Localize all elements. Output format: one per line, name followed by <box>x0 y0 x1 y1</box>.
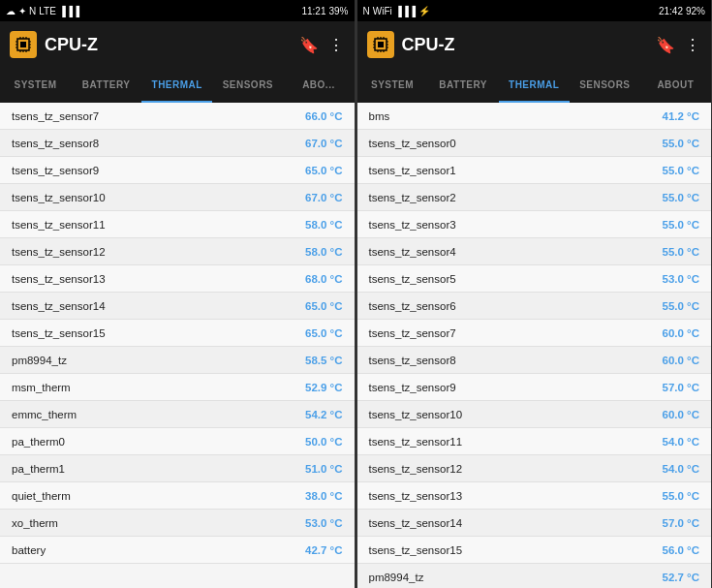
tab-sensors-2[interactable]: SENSORS <box>570 68 640 103</box>
tab-about-1[interactable]: ABO... <box>283 68 354 103</box>
nfc-icon-2: N <box>363 6 370 16</box>
sensor-name: bms <box>369 110 390 122</box>
sensor-value: 57.0 °C <box>663 382 699 393</box>
tab-battery-1[interactable]: BATTERY <box>71 68 141 103</box>
sensor-name: pa_therm0 <box>12 436 65 448</box>
table-row: tsens_tz_sensor14 65.0 °C <box>0 293 355 320</box>
sensor-name: tsens_tz_sensor5 <box>369 273 456 285</box>
sensor-value: 52.9 °C <box>305 382 342 393</box>
data-table-1: tsens_tz_sensor7 66.0 °C tsens_tz_sensor… <box>0 103 355 588</box>
table-row: battery 42.7 °C <box>0 537 355 564</box>
sensor-name: tsens_tz_sensor4 <box>369 246 456 258</box>
tab-sensors-1[interactable]: SENSORS <box>212 68 283 103</box>
status-bar-right-2: 21:42 92% <box>659 6 705 16</box>
app-bar-2: CPU-Z 🔖 ⋮ <box>357 21 712 68</box>
table-row: tsens_tz_sensor2 55.0 °C <box>357 184 712 211</box>
sensor-value: 65.0 °C <box>305 327 342 339</box>
sensor-name: tsens_tz_sensor15 <box>12 327 106 339</box>
sensor-value: 60.0 °C <box>663 327 699 339</box>
table-row: pm8994_tz 58.5 °C <box>0 347 355 374</box>
table-row: msm_therm 52.9 °C <box>0 374 355 401</box>
sensor-name: tsens_tz_sensor11 <box>12 219 106 231</box>
menu-icon-1[interactable]: ⋮ <box>328 36 345 54</box>
status-bar-left-1: ☁ ✦ N LTE ▐▐▐ <box>6 6 79 16</box>
sensor-name: tsens_tz_sensor6 <box>369 300 456 312</box>
sensor-name: tsens_tz_sensor8 <box>369 355 456 366</box>
svg-rect-15 <box>378 42 384 47</box>
cloud-icon: ☁ <box>6 6 15 16</box>
table-row: tsens_tz_sensor15 56.0 °C <box>357 537 712 564</box>
app-bar-icons-2: 🔖 ⋮ <box>656 36 701 54</box>
table-row: tsens_tz_sensor10 67.0 °C <box>0 184 355 211</box>
time-2: 21:42 <box>659 6 683 16</box>
sensor-name: tsens_tz_sensor10 <box>12 192 106 203</box>
table-row: tsens_tz_sensor3 55.0 °C <box>357 211 712 238</box>
sensor-value: 54.0 °C <box>663 436 699 448</box>
sensor-value: 55.0 °C <box>663 219 699 231</box>
sensor-name: tsens_tz_sensor2 <box>369 192 456 203</box>
sensor-value: 55.0 °C <box>663 165 699 176</box>
status-bar-1: ☁ ✦ N LTE ▐▐▐ 11:21 39% <box>0 0 355 21</box>
status-bar-2: N WiFi ▐▐▐ ⚡ 21:42 92% <box>357 0 712 21</box>
app-bar-1: CPU-Z 🔖 ⋮ <box>0 21 355 68</box>
sensor-value: 55.0 °C <box>663 138 699 149</box>
app-icon-2 <box>367 31 394 58</box>
sensor-name: tsens_tz_sensor8 <box>12 138 99 149</box>
table-row: tsens_tz_sensor8 60.0 °C <box>357 347 712 374</box>
tab-bar-1: SYSTEM BATTERY THERMAL SENSORS ABO... <box>0 68 355 103</box>
tab-system-1[interactable]: SYSTEM <box>0 68 71 103</box>
sensor-value: 68.0 °C <box>305 273 342 285</box>
table-row: tsens_tz_sensor8 67.0 °C <box>0 130 355 157</box>
table-row: tsens_tz_sensor15 65.0 °C <box>0 320 355 347</box>
sensor-value: 67.0 °C <box>305 192 342 203</box>
table-row: quiet_therm 38.0 °C <box>0 482 355 510</box>
sensor-name: tsens_tz_sensor14 <box>12 300 106 312</box>
phone-panel-2: N WiFi ▐▐▐ ⚡ 21:42 92% <box>357 0 713 588</box>
time-1: 11:21 <box>301 6 325 16</box>
data-table-2: bms 41.2 °C tsens_tz_sensor0 55.0 °C tse… <box>357 103 712 588</box>
tab-about-2[interactable]: ABOUT <box>640 68 711 103</box>
bookmark-icon-2[interactable]: 🔖 <box>656 36 675 54</box>
tab-thermal-2[interactable]: THERMAL <box>499 68 570 103</box>
lte-label: LTE <box>39 6 56 16</box>
sensor-value: 65.0 °C <box>305 165 342 176</box>
table-row: pa_therm1 51.0 °C <box>0 455 355 482</box>
table-row: tsens_tz_sensor6 55.0 °C <box>357 293 712 320</box>
sensor-name: tsens_tz_sensor14 <box>369 517 463 529</box>
status-bar-left-2: N WiFi ▐▐▐ ⚡ <box>363 6 431 16</box>
wifi-icon: WiFi <box>373 6 392 16</box>
tab-battery-2[interactable]: BATTERY <box>428 68 499 103</box>
table-row: tsens_tz_sensor9 57.0 °C <box>357 374 712 401</box>
table-row: tsens_tz_sensor7 60.0 °C <box>357 320 712 347</box>
sensor-name: tsens_tz_sensor11 <box>369 436 463 448</box>
phone-panel-1: ☁ ✦ N LTE ▐▐▐ 11:21 39% <box>0 0 356 588</box>
table-row: tsens_tz_sensor10 60.0 °C <box>357 401 712 428</box>
tab-thermal-1[interactable]: THERMAL <box>141 68 212 103</box>
tab-system-2[interactable]: SYSTEM <box>357 68 428 103</box>
sensor-value: 55.0 °C <box>663 246 699 258</box>
battery-2: 92% <box>686 6 705 16</box>
sensor-value: 55.0 °C <box>663 192 699 203</box>
sensor-value: 67.0 °C <box>305 138 342 149</box>
sensor-value: 58.0 °C <box>305 246 342 258</box>
table-row: pa_therm0 50.0 °C <box>0 428 355 455</box>
sensor-value: 58.0 °C <box>305 219 342 231</box>
sensor-name: tsens_tz_sensor1 <box>369 165 456 176</box>
battery-1: 39% <box>328 6 348 16</box>
bluetooth-icon: ✦ <box>18 6 26 16</box>
table-row: tsens_tz_sensor14 57.0 °C <box>357 510 712 537</box>
table-row: tsens_tz_sensor13 68.0 °C <box>0 265 355 293</box>
sensor-name: tsens_tz_sensor9 <box>12 165 99 176</box>
sensor-name: xo_therm <box>12 517 58 529</box>
sensor-value: 66.0 °C <box>305 110 342 122</box>
sensor-value: 51.0 °C <box>305 463 342 475</box>
sensor-value: 53.0 °C <box>663 273 699 285</box>
bookmark-icon-1[interactable]: 🔖 <box>299 36 319 54</box>
sensor-name: msm_therm <box>12 382 71 393</box>
sensor-value: 53.0 °C <box>305 517 342 529</box>
sensor-value: 65.0 °C <box>305 300 342 312</box>
sensor-value: 50.0 °C <box>305 436 342 448</box>
table-row: tsens_tz_sensor11 54.0 °C <box>357 428 712 455</box>
sensor-name: tsens_tz_sensor9 <box>369 382 456 393</box>
menu-icon-2[interactable]: ⋮ <box>685 36 701 54</box>
